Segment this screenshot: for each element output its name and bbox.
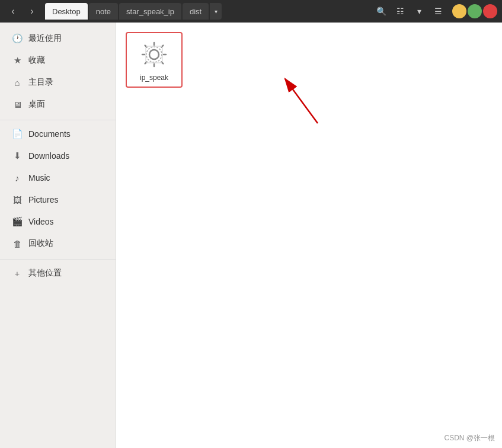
videos-icon: 🎬 <box>12 216 23 227</box>
tab-dist[interactable]: dist <box>183 3 209 20</box>
minimize-button[interactable]: − <box>452 4 466 18</box>
favorites-icon: ★ <box>12 55 23 66</box>
tab-dropdown-button[interactable]: ▾ <box>210 3 222 20</box>
sidebar-item-pictures[interactable]: 🖼 Pictures <box>2 189 113 210</box>
sidebar-other-section: + 其他位置 <box>0 259 116 284</box>
titlebar-actions: 🔍 ☷ ▾ ☰ <box>373 3 446 20</box>
other-locations-icon: + <box>12 268 23 279</box>
sidebar-item-trash-label: 回收站 <box>28 238 53 249</box>
downloads-icon: ⬇ <box>12 151 23 161</box>
tab-note[interactable]: note <box>89 3 118 20</box>
sidebar-item-desktop-label: 桌面 <box>28 99 45 110</box>
watermark: CSDN @张一根 <box>444 433 495 443</box>
sidebar-item-downloads-label: Downloads <box>28 151 69 161</box>
sidebar-item-videos-label: Videos <box>28 217 54 226</box>
sidebar-item-favorites[interactable]: ★ 收藏 <box>2 50 113 71</box>
tab-group: Desktop note star_speak_ip dist ▾ <box>45 3 222 20</box>
sidebar-item-documents-label: Documents <box>28 129 71 139</box>
svg-rect-2 <box>146 46 162 63</box>
view-sort-button[interactable]: ▾ <box>411 3 427 20</box>
trash-icon: 🗑 <box>12 239 23 249</box>
pictures-icon: 🖼 <box>12 195 23 205</box>
nav-back-button[interactable]: ‹ <box>5 3 21 20</box>
search-button[interactable]: 🔍 <box>373 3 389 20</box>
window-controls: − □ ✕ <box>452 4 497 18</box>
sidebar-item-videos[interactable]: 🎬 Videos <box>2 211 113 232</box>
sidebar-item-favorites-label: 收藏 <box>28 55 45 66</box>
titlebar: ‹ › Desktop note star_speak_ip dist ▾ 🔍 … <box>0 0 502 23</box>
sidebar-item-documents[interactable]: 📄 Documents <box>2 123 113 145</box>
sidebar: 🕐 最近使用 ★ 收藏 ⌂ 主目录 🖥 桌面 📄 Documents ⬇ Dow… <box>0 23 116 448</box>
file-icon <box>138 38 171 71</box>
sidebar-item-music-label: Music <box>28 173 50 183</box>
sidebar-item-home-label: 主目录 <box>28 77 53 88</box>
sidebar-item-downloads[interactable]: ⬇ Downloads <box>2 145 113 167</box>
sidebar-item-other-locations[interactable]: + 其他位置 <box>2 263 113 284</box>
sidebar-item-recent[interactable]: 🕐 最近使用 <box>2 28 113 49</box>
nav-forward-button[interactable]: › <box>24 3 40 20</box>
file-area: ip_speak CSDN @张一根 <box>116 23 502 448</box>
main-area: 🕐 最近使用 ★ 收藏 ⌂ 主目录 🖥 桌面 📄 Documents ⬇ Dow… <box>0 23 502 448</box>
sidebar-item-recent-label: 最近使用 <box>28 33 62 44</box>
sidebar-item-music[interactable]: ♪ Music <box>2 167 113 188</box>
home-icon: ⌂ <box>12 78 23 88</box>
maximize-button[interactable]: □ <box>468 4 482 18</box>
documents-icon: 📄 <box>12 129 23 139</box>
tab-desktop[interactable]: Desktop <box>45 3 88 20</box>
view-list-button[interactable]: ☷ <box>392 3 408 20</box>
recent-icon: 🕐 <box>12 33 23 44</box>
desktop-icon: 🖥 <box>12 100 23 110</box>
music-icon: ♪ <box>12 173 23 183</box>
sidebar-places-section: 📄 Documents ⬇ Downloads ♪ Music 🖼 Pictur… <box>0 120 116 254</box>
sidebar-item-other-locations-label: 其他位置 <box>28 268 62 279</box>
svg-point-0 <box>149 50 159 59</box>
sidebar-item-home[interactable]: ⌂ 主目录 <box>2 72 113 93</box>
file-ip-speak[interactable]: ip_speak <box>126 32 183 88</box>
view-grid-button[interactable]: ☰ <box>430 3 446 20</box>
file-name-label: ip_speak <box>140 73 168 82</box>
sidebar-item-trash[interactable]: 🗑 回收站 <box>2 233 113 254</box>
svg-line-4 <box>285 79 318 123</box>
close-button[interactable]: ✕ <box>483 4 497 18</box>
tab-star-speak-ip[interactable]: star_speak_ip <box>119 3 181 20</box>
sidebar-item-desktop[interactable]: 🖥 桌面 <box>2 94 113 115</box>
sidebar-item-pictures-label: Pictures <box>28 195 59 204</box>
